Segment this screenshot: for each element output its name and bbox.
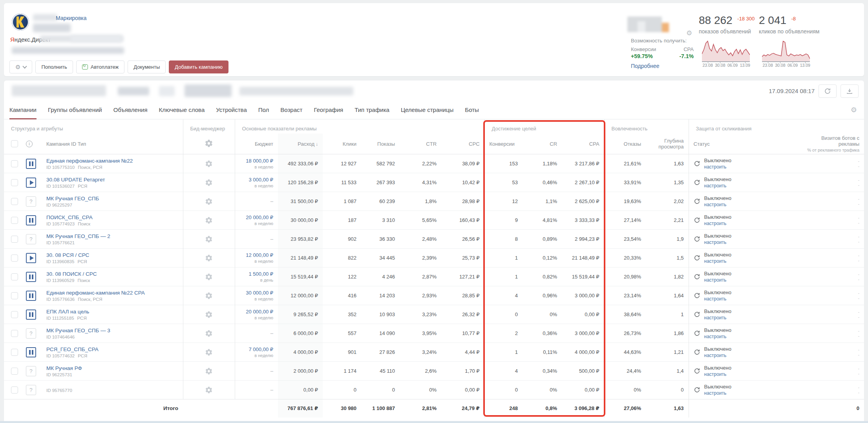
- campaign-name-link[interactable]: Единая перфоманс-кампания №22 СРА: [46, 290, 178, 296]
- refresh-button[interactable]: [819, 84, 837, 98]
- campaign-state-icon[interactable]: [26, 272, 36, 282]
- campaign-name-link[interactable]: 30. 08 ПОИСК / СРС: [46, 271, 178, 277]
- select-all-checkbox[interactable]: [11, 140, 18, 147]
- campaign-name-link[interactable]: МК Ручная РФ: [46, 365, 178, 371]
- col-status[interactable]: Статус: [689, 134, 802, 154]
- campaign-state-icon[interactable]: ?: [26, 234, 36, 244]
- protection-configure-link[interactable]: настроить: [704, 277, 731, 283]
- row-checkbox[interactable]: [11, 236, 18, 243]
- campaign-name-link[interactable]: 30. 08 РСЯ / СРС: [46, 252, 178, 258]
- bid-manager-icon[interactable]: [188, 292, 230, 300]
- budget-value-link[interactable]: 7 000,00 ₽: [240, 346, 274, 352]
- campaign-name-link[interactable]: 30.08 UPDATE Ретаргет: [46, 177, 178, 183]
- campaign-state-icon[interactable]: [26, 347, 36, 357]
- add-campaign-button[interactable]: Добавить кампанию: [169, 60, 228, 73]
- col-bounce[interactable]: Отказы: [604, 134, 646, 154]
- row-checkbox[interactable]: [11, 198, 18, 205]
- col-spend[interactable]: Расход↓: [278, 134, 323, 154]
- campaign-state-icon[interactable]: ?: [26, 385, 36, 395]
- row-checkbox[interactable]: [11, 349, 18, 356]
- settings-dropdown-button[interactable]: ⚙: [9, 60, 32, 73]
- col-bot-visits[interactable]: Визитов ботов с рекламы% от рекламного т…: [802, 134, 864, 154]
- bid-manager-icon[interactable]: [188, 216, 230, 224]
- bid-manager-icon[interactable]: [188, 367, 230, 375]
- col-clicks[interactable]: Клики: [323, 134, 361, 154]
- campaign-name-link[interactable]: РСЯ_ГЕО_СПБ_СРА: [46, 346, 178, 352]
- budget-value-link[interactable]: 30 000,00 ₽: [240, 290, 274, 296]
- row-checkbox[interactable]: [11, 311, 18, 318]
- topup-button[interactable]: Пополнить: [35, 60, 73, 73]
- protection-configure-link[interactable]: настроить: [704, 315, 731, 320]
- row-checkbox[interactable]: [11, 179, 18, 186]
- campaign-state-icon[interactable]: [26, 291, 36, 301]
- campaign-state-icon[interactable]: ?: [26, 366, 36, 376]
- row-checkbox[interactable]: [11, 368, 18, 375]
- bid-manager-icon[interactable]: [188, 330, 230, 337]
- campaign-state-icon[interactable]: ?: [26, 196, 36, 207]
- campaign-state-icon[interactable]: [26, 215, 36, 225]
- protection-configure-link[interactable]: настроить: [704, 296, 731, 302]
- stats-gear-icon[interactable]: ⚙: [686, 29, 692, 37]
- tab-4[interactable]: Ключевые слова: [159, 106, 205, 113]
- campaign-name-link[interactable]: МК Ручная ГЕО_СПБ — 2: [46, 233, 178, 239]
- col-budget[interactable]: Бюджет: [235, 134, 278, 154]
- col-cr[interactable]: CR: [523, 134, 562, 154]
- row-checkbox[interactable]: [11, 160, 18, 167]
- row-checkbox[interactable]: [11, 255, 18, 262]
- protection-configure-link[interactable]: настроить: [704, 372, 731, 377]
- bid-manager-icon[interactable]: [188, 179, 230, 187]
- row-checkbox[interactable]: [11, 292, 18, 299]
- budget-value-link[interactable]: 20 000,00 ₽: [240, 214, 274, 220]
- budget-value-link[interactable]: 3 000,00 ₽: [240, 177, 274, 183]
- info-icon[interactable]: i: [26, 141, 33, 147]
- protection-configure-link[interactable]: настроить: [704, 240, 731, 245]
- protection-configure-link[interactable]: настроить: [704, 353, 731, 358]
- tab-5[interactable]: Устройства: [216, 106, 247, 113]
- budget-value-link[interactable]: 12 000,00 ₽: [240, 252, 274, 258]
- col-shows[interactable]: Показы: [361, 134, 400, 154]
- protection-configure-link[interactable]: настроить: [704, 164, 731, 170]
- campaign-state-icon[interactable]: ?: [26, 328, 36, 339]
- row-checkbox[interactable]: [11, 217, 18, 224]
- bid-manager-icon[interactable]: [188, 273, 230, 281]
- campaign-name-link[interactable]: ЕПК ЛАЛ на цель: [46, 309, 178, 315]
- bid-manager-icon[interactable]: [188, 254, 230, 262]
- protection-configure-link[interactable]: настроить: [704, 334, 731, 339]
- col-ctr[interactable]: CTR: [400, 134, 441, 154]
- bid-manager-icon[interactable]: [188, 348, 230, 356]
- bid-manager-icon[interactable]: [188, 198, 230, 205]
- protection-configure-link[interactable]: настроить: [704, 258, 731, 264]
- tab-3[interactable]: Объявления: [113, 106, 148, 113]
- campaign-name-link[interactable]: ПОИСК_СПБ_СРА: [46, 214, 178, 220]
- campaign-name-link[interactable]: Единая перфоманс-кампания №22: [46, 158, 178, 164]
- budget-value-link[interactable]: 1 500,00 ₽: [240, 271, 274, 277]
- row-checkbox[interactable]: [11, 330, 18, 337]
- budget-value-link[interactable]: 20 000,00 ₽: [240, 309, 274, 315]
- marking-link[interactable]: Маркировка: [56, 15, 87, 21]
- protection-configure-link[interactable]: настроить: [704, 202, 731, 207]
- autopay-button[interactable]: Автоплатеж: [76, 60, 125, 73]
- col-conversions[interactable]: Конверсии: [484, 134, 523, 154]
- campaign-state-icon[interactable]: [26, 309, 36, 320]
- bid-manager-icon[interactable]: [188, 311, 230, 319]
- bid-manager-icon[interactable]: [188, 235, 230, 243]
- tab-11[interactable]: Боты: [465, 106, 479, 113]
- campaign-name-link[interactable]: МК Ручная ГЕО_СПБ: [46, 196, 178, 201]
- download-button[interactable]: [841, 84, 859, 98]
- tab-7[interactable]: Возраст: [280, 106, 302, 113]
- tab-10[interactable]: Целевые страницы: [401, 106, 453, 113]
- col-campaign[interactable]: Кампания ID Тип: [42, 134, 183, 154]
- tab-9[interactable]: Тип трафика: [355, 106, 389, 113]
- bid-manager-icon[interactable]: [188, 386, 230, 394]
- tabs-settings-gear-icon[interactable]: ⚙: [851, 106, 857, 114]
- col-cpc[interactable]: CPC: [441, 134, 484, 154]
- documents-button[interactable]: Документы: [128, 60, 166, 73]
- opportunity-more-link[interactable]: Подробнее: [631, 63, 660, 69]
- bid-manager-icon[interactable]: [188, 160, 230, 168]
- protection-configure-link[interactable]: настроить: [704, 390, 731, 396]
- campaign-state-icon[interactable]: [26, 159, 36, 169]
- protection-configure-link[interactable]: настроить: [704, 221, 731, 226]
- row-checkbox[interactable]: [11, 386, 18, 394]
- budget-value-link[interactable]: 18 000,00 ₽: [240, 158, 274, 164]
- col-cpa[interactable]: CPA: [562, 134, 604, 154]
